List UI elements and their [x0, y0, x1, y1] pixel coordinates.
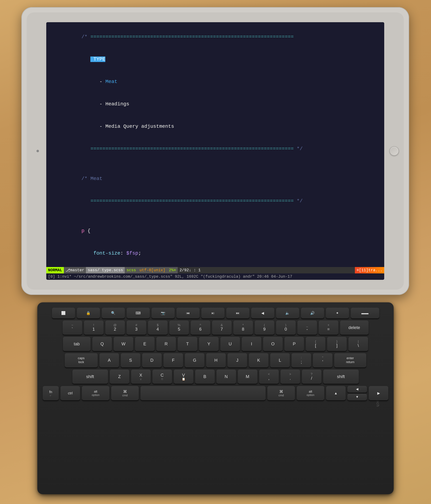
key-n[interactable]: N [216, 369, 236, 384]
key-arrow-right[interactable]: ▶ [369, 386, 388, 400]
key-bracket-open[interactable]: {[ [306, 337, 325, 351]
key-j[interactable]: J [227, 353, 247, 367]
arrow-vertical-cluster: ◀ ▼ [347, 386, 367, 400]
key-arrow-down[interactable]: ▼ [347, 394, 367, 400]
key-camera[interactable]: 📷 [151, 308, 175, 318]
key-p[interactable]: P [284, 337, 304, 351]
key-minus[interactable]: _- [297, 321, 317, 335]
code-line: - Media Query adjustments [52, 115, 379, 138]
key-next-track[interactable]: ⏭ [226, 308, 249, 318]
code-line [52, 160, 379, 168]
key-6[interactable]: ^6 [191, 321, 210, 335]
code-editor: /* =====================================… [46, 22, 384, 267]
key-w[interactable]: W [114, 337, 133, 351]
key-lock[interactable]: 🔒 [77, 308, 100, 318]
key-rows: ⬜ 🔒 🔍 ⌨ 📷 ⏮ ⏯ ⏭ ◀ 🔈 🔊 ✦ ▬▬ ~` !1 @2 [43, 306, 388, 400]
key-u[interactable]: U [220, 337, 240, 351]
key-vol-up[interactable]: 🔊 [301, 308, 324, 318]
vim-position: 2/92 ↓ : 1 [178, 267, 202, 273]
number-key-row: ~` !1 @2 #3 $4 %5 ^6 &7 [43, 321, 388, 335]
key-y[interactable]: Y [199, 337, 219, 351]
key-f[interactable]: F [163, 353, 183, 367]
key-g[interactable]: G [185, 353, 204, 367]
key-1[interactable]: !1 [84, 321, 103, 335]
key-fn[interactable]: fn ↙ [43, 386, 59, 400]
key-enter[interactable]: enterreturn [334, 353, 366, 367]
ipad-home-button[interactable] [390, 146, 399, 156]
key-8[interactable]: *8 [233, 321, 253, 335]
key-r[interactable]: R [156, 337, 176, 351]
key-comma[interactable]: <, [259, 369, 279, 384]
key-power[interactable]: ▬▬ [351, 308, 379, 318]
key-2[interactable]: @2 [105, 321, 125, 335]
key-3[interactable]: #3 [127, 321, 146, 335]
key-z[interactable]: Z [110, 369, 129, 384]
key-b[interactable]: B [195, 369, 215, 384]
code-line: p { [52, 220, 379, 242]
key-bluetooth[interactable]: ✦ [326, 308, 349, 318]
key-cmd-right[interactable]: ⌘ cmd [267, 386, 295, 400]
key-play-pause[interactable]: ⏯ [201, 308, 225, 318]
key-semicolon[interactable]: :; [291, 353, 311, 367]
key-search[interactable]: 🔍 [102, 308, 125, 318]
key-o[interactable]: O [263, 337, 283, 351]
key-h[interactable]: H [206, 353, 226, 367]
key-quote[interactable]: "' [313, 353, 332, 367]
key-equals[interactable]: += [319, 321, 338, 335]
ipad-bezel: /* =====================================… [27, 12, 404, 289]
key-vol-down[interactable]: 🔈 [276, 308, 299, 318]
key-e[interactable]: E [135, 337, 155, 351]
key-alt-left[interactable]: alt option [82, 386, 109, 400]
code-line: /* =====================================… [52, 26, 379, 48]
key-period[interactable]: >. [281, 369, 300, 384]
key-9[interactable]: (9 [255, 321, 274, 335]
key-caps-lock[interactable]: capslock [65, 353, 98, 367]
key-arrow-left[interactable]: ◀ [347, 386, 367, 393]
key-bracket-close[interactable]: }] [327, 337, 347, 351]
key-k[interactable]: K [249, 353, 268, 367]
key-q[interactable]: Q [92, 337, 112, 351]
vim-statusline: NORMAL ⎇ master sass/ type.scss scss utf… [46, 267, 384, 273]
vim-filename: sass/ type.scss [86, 267, 125, 273]
key-shift-right[interactable]: shift [323, 369, 359, 384]
key-cmd-left[interactable]: ⌘ cmd [111, 386, 139, 400]
key-t[interactable]: T [178, 337, 197, 351]
key-arrow-up[interactable]: ▲ [326, 386, 346, 400]
vim-trailing: ≡ [11]tra... [355, 267, 384, 273]
ipad-screen: /* =====================================… [46, 22, 384, 280]
home-key-row: capslock A S D F G H J K L :; "' enterre… [43, 353, 388, 367]
key-x[interactable]: X¥ [131, 369, 151, 384]
key-space[interactable] [141, 386, 266, 400]
key-a[interactable]: A [99, 353, 119, 367]
key-backslash[interactable]: |\ [348, 337, 368, 351]
code-line: ========================================… [52, 190, 379, 212]
key-i[interactable]: I [242, 337, 261, 351]
code-line: ========================================… [52, 138, 379, 160]
key-tilde[interactable]: ~` [63, 321, 82, 335]
key-delete[interactable]: delete [340, 321, 369, 335]
key-4[interactable]: $4 [148, 321, 168, 335]
key-alt-right[interactable]: alt option [297, 386, 324, 400]
key-v[interactable]: V📋 [174, 369, 193, 384]
fn-key-row: ⬜ 🔒 🔍 ⌨ 📷 ⏮ ⏯ ⏭ ◀ 🔈 🔊 ✦ ▬▬ [43, 308, 388, 318]
vim-branch: ⎇ master [64, 267, 86, 273]
key-s[interactable]: S [121, 353, 140, 367]
key-slash[interactable]: ?/ [302, 369, 321, 384]
code-line: - Headings [52, 93, 379, 115]
keyboard: Logitech ⬜ 🔒 🔍 ⌨ 📷 ⏮ ⏯ ⏭ ◀ 🔈 🔊 ✦ ▬▬ ~` !… [37, 302, 394, 494]
key-mute[interactable]: ◀ [251, 308, 274, 318]
key-shift-left[interactable]: shift [72, 369, 108, 384]
key-m[interactable]: M [238, 369, 257, 384]
key-tab[interactable]: tab [63, 337, 91, 351]
key-7[interactable]: &7 [212, 321, 232, 335]
key-keyboard[interactable]: ⌨ [127, 308, 150, 318]
key-d[interactable]: D [142, 353, 162, 367]
key-c[interactable]: C⎘ [152, 369, 172, 384]
vim-cmdline: [0] 1:nvi* ~/src/andrewbrookins.com/_sas… [46, 273, 384, 280]
key-l[interactable]: L [270, 353, 290, 367]
key-ctrl[interactable]: ctrl [60, 386, 80, 400]
key-0[interactable]: )0 [276, 321, 296, 335]
key-screen[interactable]: ⬜ [52, 308, 75, 318]
key-5[interactable]: %5 [169, 321, 189, 335]
key-prev-track[interactable]: ⏮ [177, 308, 200, 318]
